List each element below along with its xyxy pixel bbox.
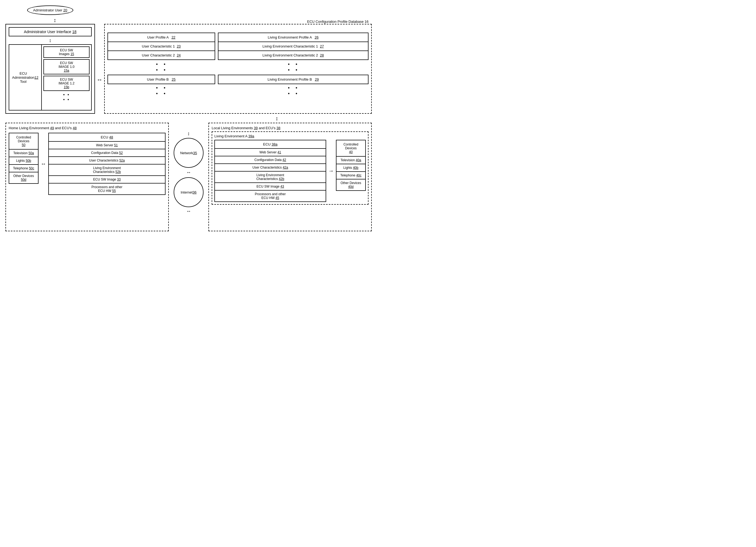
admin-computer-box: Admin UserComputerSystem 10 Administrato… [5, 24, 95, 114]
living-env-a-label: Living Environment A 39a [214, 134, 366, 138]
user-characteristic-1: User Characteristic 1 23 [107, 42, 215, 51]
home-devices-ecu-arrow: ↔ [41, 161, 46, 167]
local-ecu-sw-image: ECU SW Image 43 [214, 183, 326, 190]
local-config-data: Configuration Data 42 [214, 156, 326, 164]
admin-ui-box: Administrator User Interface 18 [9, 27, 92, 36]
internet-bottom-arrow: ↔ [186, 208, 191, 214]
living-env-char-1: Living Environment Characteristic 1 27 [218, 42, 369, 51]
local-other-devices: Other Devices40d [336, 179, 366, 191]
local-user-chars: User Characteristics 42a [214, 164, 326, 171]
network-circle: Network35 [174, 138, 204, 168]
home-ecu-header: ECU 48 [48, 133, 166, 142]
home-living-env-chars: Living EnvironmentCharacteristics 52b [48, 164, 166, 176]
user-profiles-dots: • •• • [107, 60, 215, 75]
user-profile-a: User Profile A 22 [107, 33, 215, 42]
home-user-chars: User Characteristics 52a [48, 157, 166, 164]
admin-user-label: Administrator User 20 [33, 8, 67, 12]
home-lights: Lights 50b [9, 157, 39, 165]
internet-circle: Internet36 [174, 177, 204, 207]
ecu-sw-image-1b: ECU SWIMAGE 1.215b [43, 76, 90, 91]
oval-to-ui-arrow: ↕ [52, 17, 58, 23]
local-living-env-chars: Living EnvironmentCharacteristics 42b [214, 171, 326, 183]
admin-user-oval: Administrator User 20 [27, 5, 73, 15]
mid-arrow-row: ↕ [5, 115, 372, 122]
user-profiles-col: User Profile A 22 User Characteristic 1 … [107, 33, 215, 98]
user-characteristic-2: User Characteristic 2 24 [107, 51, 215, 60]
home-controlled-devices-header: ControlledDevices50 [9, 133, 39, 149]
home-config-data: Configuration Data 52 [48, 149, 166, 157]
network-h-arrows: ↔ [186, 170, 191, 175]
ecu-sw-images-section: ECU SWImages 15 ECU SWIMAGE 1.015a ECU S… [42, 45, 91, 110]
home-ecu-col: ECU 48 Web Server 51 Configuration Data … [48, 133, 166, 195]
ecu-sw-dots: • •• • [43, 92, 90, 102]
home-web-server: Web Server 51 [48, 142, 166, 149]
home-controlled-devices-col: ControlledDevices50 Television 50a Light… [9, 133, 39, 184]
local-controlled-devices-header: ControlledDevices40 [336, 140, 366, 157]
home-television: Television 50a [9, 149, 39, 157]
living-env-profile-b: Living Environment Profile B 29 [218, 75, 369, 84]
local-env-label: Local Living Environments 39 and ECU's 3… [212, 126, 369, 130]
local-ecu-header: ECU 38a [214, 140, 326, 149]
living-env-profile-a: Living Environment Profile A 26 [218, 33, 369, 42]
home-env-label: Home Living Environment 49 and ECU's 48 [9, 126, 166, 130]
ecu-sw-image-1a: ECU SWIMAGE 1.015a [43, 59, 90, 74]
user-profile-b: User Profile B 25 [107, 75, 215, 84]
living-env-a-box: Living Environment A 39a ECU 38a Web Ser… [212, 131, 369, 205]
home-processors: Processors and otherECU HW 55 [48, 183, 166, 195]
diagram-root: Administrator User 20 ↕ Admin UserComput… [5, 5, 372, 231]
home-other-devices: Other Devices50d [9, 172, 39, 184]
local-processors: Processors and otherECU HW 45 [214, 190, 326, 202]
ecu-admin-tool-box: ECUAdministrationTool12 [9, 45, 42, 110]
ecu-sw-images-title: ECU SWImages 15 [43, 46, 90, 58]
living-env-profile-b-dots: • •• • [218, 84, 369, 98]
local-controlled-devices-col: ControlledDevices40 Television 40a Light… [336, 140, 366, 191]
home-living-env-box: Home Living Environment 49 and ECU's 48 … [5, 123, 169, 231]
user-profile-b-dots: • •• • [107, 84, 215, 98]
network-section: ↕ Network35 ↔ Internet36 ↔ [171, 123, 206, 214]
local-web-server: Web Server 41 [214, 149, 326, 156]
living-env-profiles-col: Living Environment Profile A 26 Living E… [218, 33, 369, 98]
local-ecu-devices-arrow: → [328, 168, 334, 174]
profile-columns-row: User Profile A 22 User Characteristic 1 … [107, 33, 369, 98]
ui-to-tool-arrow: ↕ [9, 38, 92, 43]
local-television: Television 40a [336, 157, 366, 164]
home-ecu-sw-image: ECU SW Image 33 [48, 176, 166, 183]
network-top-arrow: ↕ [188, 131, 190, 136]
admin-to-db-arrow: ↔ [95, 46, 104, 114]
admin-computer-label: Admin UserComputerSystem 10 [0, 52, 5, 68]
local-living-env-box: Local Living Environments 39 and ECU's 3… [208, 123, 372, 231]
ecu-config-db-box: ECU Configuration Profile Database 16 Us… [104, 24, 372, 114]
living-env-char-2: Living Environment Characteristic 2 28 [218, 51, 369, 60]
top-to-network-arrow: ↕ [275, 115, 278, 122]
living-env-a-inner: ECU 38a Web Server 41 Configuration Data… [214, 140, 366, 202]
local-lights: Lights 40b [336, 164, 366, 172]
home-telephone: Telephone 50c [9, 165, 39, 172]
home-env-inner: ControlledDevices50 Television 50a Light… [9, 133, 166, 195]
local-telephone: Telephone 40c [336, 172, 366, 179]
local-ecu-col: ECU 38a Web Server 41 Configuration Data… [214, 140, 326, 202]
bottom-section: Home Living Environment 49 and ECU's 48 … [5, 123, 372, 231]
living-env-dots: • •• • [218, 60, 369, 75]
admin-inner-section: ECUAdministrationTool12 ECU SWImages 15 … [9, 44, 92, 110]
ecu-config-db-label: ECU Configuration Profile Database 16 [306, 20, 370, 24]
